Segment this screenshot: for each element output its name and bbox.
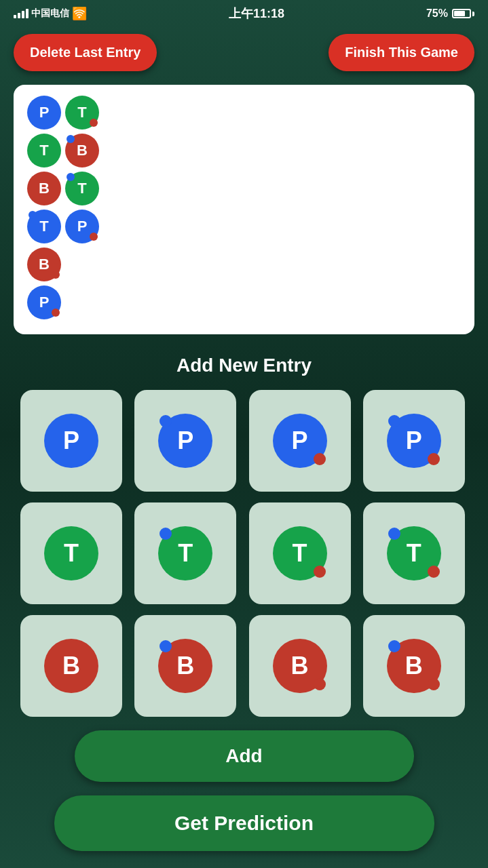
dot-blue-topleft3 <box>159 528 172 540</box>
token-P-plain: P <box>44 414 98 468</box>
entry-token-T4: T <box>27 210 61 243</box>
dot-red-bottomright5 <box>314 678 326 690</box>
dot-red <box>90 119 98 127</box>
entry-token-T2: T <box>27 134 61 167</box>
dot-blue <box>67 173 75 181</box>
grid-btn-T-both-dots[interactable]: T <box>363 502 465 604</box>
finish-game-button[interactable]: Finish This Game <box>329 34 474 71</box>
add-button[interactable]: Add <box>75 730 414 782</box>
entry-token-T3: T <box>65 172 99 205</box>
signal-icon <box>14 9 29 18</box>
entry-token-P6: P <box>27 285 61 319</box>
grid-row-B: B B B B <box>0 615 488 717</box>
status-bar: 中国电信 🛜 上午11:18 75% <box>0 0 488 27</box>
grid-row-P: P P P P <box>0 390 488 492</box>
entry-token-B3: B <box>27 172 61 205</box>
dot-red-bottomright <box>314 453 326 465</box>
grid-btn-B-blue-dot[interactable]: B <box>134 615 236 717</box>
grid-btn-B-red-dot[interactable]: B <box>249 615 351 717</box>
token-B-blue-dot: B <box>158 639 212 693</box>
grid-btn-B-both-dots[interactable]: B <box>363 615 465 717</box>
grid-btn-T-red-dot[interactable]: T <box>249 502 351 604</box>
entry-row-2: T B <box>27 134 461 167</box>
carrier-label: 中国电信 <box>31 7 69 20</box>
grid-row-T: T T T T <box>0 502 488 604</box>
battery-percent: 75% <box>426 7 448 20</box>
token-T-plain: T <box>44 526 98 580</box>
section-title: Add New Entry <box>0 355 488 376</box>
dot-red-bottomright4 <box>428 566 440 578</box>
dot-blue-topleft5 <box>159 640 172 652</box>
token-P-red-dot: P <box>273 414 327 468</box>
token-P-blue-dot: P <box>158 414 212 468</box>
dot-blue-topleft6 <box>388 640 400 652</box>
entry-token-B5: B <box>27 248 61 281</box>
dot-blue-topleft4 <box>388 528 400 540</box>
grid-btn-T-plain[interactable]: T <box>20 502 122 604</box>
dot-red-bottomright2 <box>428 453 440 465</box>
dot-blue-topleft <box>159 415 172 427</box>
entry-row-6: P <box>27 285 461 319</box>
entry-token-P4: P <box>65 210 99 243</box>
top-buttons: Delete Last Entry Finish This Game <box>0 27 488 85</box>
status-left: 中国电信 🛜 <box>14 6 87 21</box>
entry-row-1: P T <box>27 96 461 130</box>
dot-red-bottomright3 <box>314 566 326 578</box>
token-T-both-dots: T <box>387 526 441 580</box>
token-P-both-dots: P <box>387 414 441 468</box>
delete-last-entry-button[interactable]: Delete Last Entry <box>14 34 157 71</box>
grid-btn-B-plain[interactable]: B <box>20 615 122 717</box>
grid-btn-P-both-dots[interactable]: P <box>363 390 465 492</box>
battery-icon <box>452 9 474 18</box>
grid-btn-P-red-dot[interactable]: P <box>249 390 351 492</box>
token-T-blue-dot: T <box>158 526 212 580</box>
entry-token-T1: T <box>65 96 99 130</box>
token-B-both-dots: B <box>387 639 441 693</box>
token-T-red-dot: T <box>273 526 327 580</box>
entry-token-B2: B <box>65 134 99 167</box>
dot-red-bottomright6 <box>428 678 440 690</box>
dot-red <box>52 271 60 279</box>
grid-btn-P-plain[interactable]: P <box>20 390 122 492</box>
status-right: 75% <box>426 7 474 20</box>
dot-red <box>90 233 98 241</box>
dot-blue <box>67 135 75 143</box>
dot-red <box>52 309 60 317</box>
wifi-icon: 🛜 <box>72 6 87 21</box>
entry-row-4: T P <box>27 210 461 243</box>
status-time: 上午11:18 <box>229 5 284 22</box>
entry-display-area: P T T B B T T P B <box>14 85 474 334</box>
entry-token-P1: P <box>27 96 61 130</box>
entry-row-5: B <box>27 248 461 281</box>
token-B-plain: B <box>44 639 98 693</box>
get-prediction-button[interactable]: Get Prediction <box>54 795 434 851</box>
dot-blue-topleft2 <box>388 415 400 427</box>
entry-row-3: B T <box>27 172 461 205</box>
token-B-red-dot: B <box>273 639 327 693</box>
dot-blue <box>29 211 37 219</box>
grid-btn-T-blue-dot[interactable]: T <box>134 502 236 604</box>
grid-btn-P-blue-dot[interactable]: P <box>134 390 236 492</box>
